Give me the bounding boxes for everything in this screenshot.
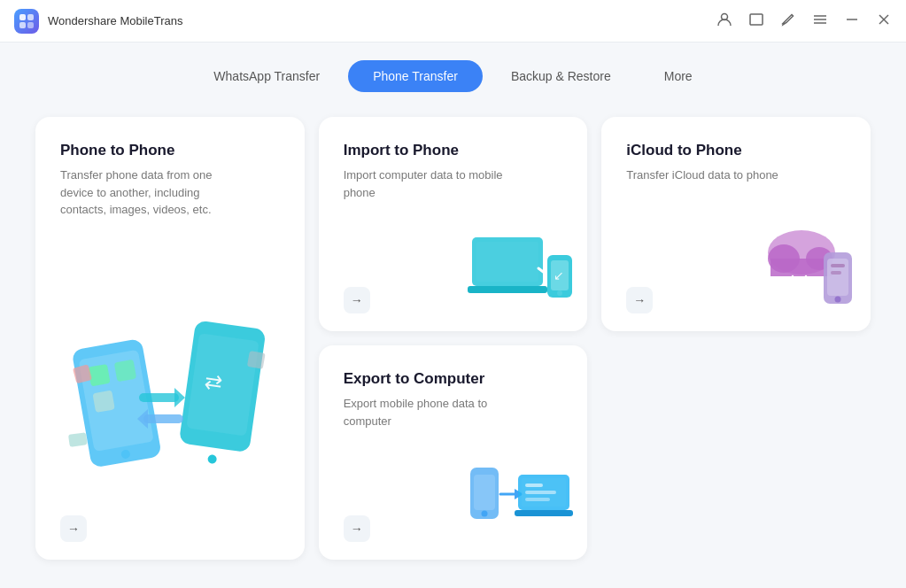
card-export-arrow[interactable]: → [344,515,370,542]
nav-tabs: WhatsApp Transfer Phone Transfer Backup … [0,43,906,106]
app-title: Wondershare MobileTrans [48,14,182,27]
svg-rect-2 [19,22,26,28]
svg-rect-48 [831,271,841,275]
svg-rect-47 [831,264,845,267]
card-phone-to-phone-title: Phone to Phone [60,142,280,159]
svg-rect-0 [19,14,26,20]
minimize-button[interactable] [844,12,860,31]
svg-rect-39 [770,259,832,276]
svg-point-46 [834,297,840,303]
window-controls [716,12,892,31]
titlebar: Wondershare MobileTrans [0,0,906,43]
svg-rect-15 [88,364,110,386]
card-icloud-to-phone[interactable]: iCloud to Phone Transfer iCloud data to … [601,117,871,331]
tab-backup[interactable]: Backup & Restore [486,60,636,92]
card-import-desc: Import computer data to mobile phone [344,166,503,201]
app-logo [14,9,39,34]
card-import-to-phone[interactable]: Import to Phone Import computer data to … [319,117,588,331]
svg-rect-31 [468,286,547,293]
svg-point-34 [557,290,562,296]
tab-whatsapp[interactable]: WhatsApp Transfer [189,60,345,92]
svg-rect-58 [525,498,550,501]
card-export-title: Export to Computer [344,370,563,388]
card-export-desc: Export mobile phone data to computer [344,395,503,429]
svg-text:⇄: ⇄ [203,369,224,396]
card-import-title: Import to Phone [344,142,563,159]
svg-rect-16 [114,360,136,382]
svg-rect-55 [515,510,573,516]
svg-point-20 [207,454,217,464]
svg-rect-56 [525,484,543,487]
tab-phone[interactable]: Phone Transfer [348,60,483,92]
svg-rect-3 [27,22,34,28]
main-content: WhatsApp Transfer Phone Transfer Backup … [0,43,906,588]
svg-rect-27 [247,351,266,369]
card-phone-to-phone-arrow[interactable]: → [60,515,87,542]
svg-point-51 [482,511,488,517]
window-icon[interactable] [748,12,764,31]
tab-more[interactable]: More [639,60,717,92]
svg-rect-57 [525,491,556,494]
svg-rect-28 [68,432,88,447]
svg-rect-17 [92,391,114,413]
svg-rect-5 [750,14,763,25]
icloud-illustration [748,221,863,319]
card-import-arrow[interactable]: → [344,287,370,313]
svg-rect-22 [139,393,179,402]
svg-rect-30 [476,242,538,282]
card-icloud-title: iCloud to Phone [626,142,846,159]
import-illustration: ↙ [463,220,578,317]
card-icloud-arrow[interactable]: → [626,287,653,313]
card-icloud-desc: Transfer iCloud data to phone [626,166,786,184]
menu-icon[interactable] [812,12,828,31]
cards-grid: Phone to Phone Transfer phone data from … [0,106,906,588]
close-button[interactable] [876,12,892,31]
card-export-to-computer[interactable]: Export to Computer Export mobile phone d… [319,345,588,560]
user-icon[interactable] [716,12,732,31]
phone-to-phone-illustration: ⇄ [55,298,285,510]
svg-marker-42 [787,286,798,294]
export-illustration [463,450,578,547]
svg-rect-24 [143,414,183,423]
svg-marker-43 [801,286,811,294]
svg-rect-1 [27,14,34,20]
edit-icon[interactable] [780,12,796,31]
svg-marker-23 [174,388,185,407]
svg-text:↙: ↙ [554,268,564,282]
svg-rect-50 [474,475,495,510]
card-phone-to-phone-desc: Transfer phone data from one device to a… [60,166,220,219]
card-phone-to-phone[interactable]: Phone to Phone Transfer phone data from … [35,117,305,560]
